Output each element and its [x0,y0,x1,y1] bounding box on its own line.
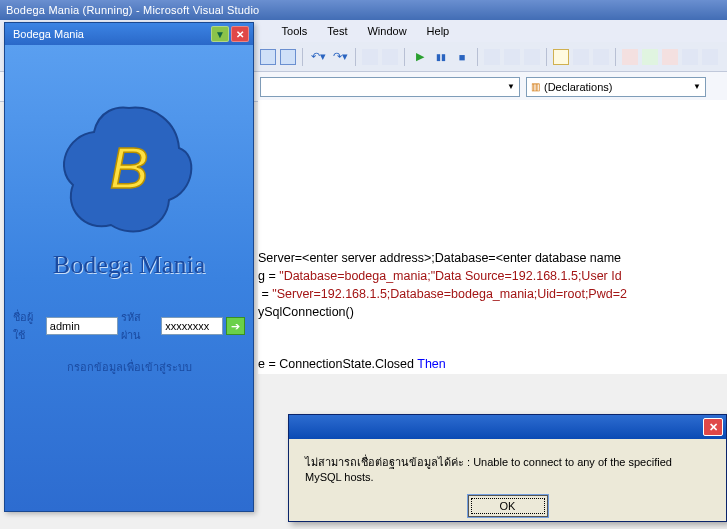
code-string: "Server=192.168.1.5;Database=bodega_mani… [272,287,627,301]
code-line: Server=<enter server address>;Database=<… [258,251,621,265]
step-into-icon[interactable] [484,49,500,65]
error-message: ไม่สามารถเชื่อต่อฐานข้อมูลได้ค่ะ : Unabl… [305,453,710,483]
stop-icon[interactable]: ■ [453,48,471,66]
undo-icon[interactable]: ↶▾ [309,48,327,66]
code-line: = [258,287,272,301]
step-over-icon[interactable] [504,49,520,65]
menu-window[interactable]: Window [357,25,416,37]
declarations-icon: ▥ [531,81,540,92]
close-icon[interactable]: ✕ [231,26,249,42]
svg-text:B: B [110,135,149,200]
close-icon: ✕ [709,421,718,434]
error-titlebar[interactable]: ✕ [289,415,726,439]
login-form: ชื่อผู้ใช้ รหัสผ่าน ➔ [13,308,245,344]
login-window: Bodega Mania ▼ ✕ B Bodega Mania ชื่อผู้ใ… [4,22,254,512]
nav-back-icon[interactable] [362,49,378,65]
menu-test[interactable]: Test [317,25,357,37]
code-line: g = [258,269,279,283]
arrow-right-icon: ➔ [231,320,240,333]
password-label: รหัสผ่าน [121,308,158,344]
username-label: ชื่อผู้ใช้ [13,308,43,344]
logo-wrap: B Bodega Mania [5,45,253,280]
save-icon[interactable] [260,49,276,65]
login-window-title: Bodega Mania [13,28,209,40]
vs-title: Bodega Mania (Running) - Microsoft Visua… [6,4,259,16]
separator [404,48,405,66]
tool-c-icon[interactable] [662,49,678,65]
menu-tools[interactable]: Tools [272,25,318,37]
nav-fwd-icon[interactable] [382,49,398,65]
hex-icon[interactable] [553,49,569,65]
declarations-label: (Declarations) [544,81,612,93]
password-input[interactable] [161,317,223,335]
error-body: ไม่สามารถเชื่อต่อฐานข้อมูลได้ค่ะ : Unabl… [289,439,726,529]
login-window-titlebar[interactable]: Bodega Mania ▼ ✕ [5,23,253,45]
save-all-icon[interactable] [280,49,296,65]
separator [355,48,356,66]
step-out-icon[interactable] [524,49,540,65]
error-dialog: ✕ ไม่สามารถเชื่อต่อฐานข้อมูลได้ค่ะ : Una… [288,414,727,522]
minimize-icon[interactable]: ▼ [211,26,229,42]
login-submit-button[interactable]: ➔ [226,317,245,335]
username-input[interactable] [46,317,118,335]
error-close-button[interactable]: ✕ [703,418,723,436]
code-editor[interactable]: Server=<enter server address>;Database=<… [258,100,727,374]
run-icon[interactable]: ▶ [411,48,429,66]
declarations-dropdown[interactable]: ▥ (Declarations) ▼ [526,77,706,97]
scope-dropdown[interactable]: ▼ [260,77,520,97]
brand-text: Bodega Mania [5,250,253,280]
code-string: "Database=bodega_mania;"Data Source=192.… [279,269,621,283]
error-ok-button[interactable]: OK [468,495,548,517]
pause-icon[interactable]: ▮▮ [433,49,449,65]
menu-help[interactable]: Help [417,25,460,37]
window-icon[interactable] [573,49,589,65]
code-line: ySqlConnection() [258,305,354,319]
login-body: B Bodega Mania ชื่อผู้ใช้ รหัสผ่าน ➔ กรอ… [5,45,253,511]
tool-e-icon[interactable] [702,49,718,65]
window2-icon[interactable] [593,49,609,65]
bodega-logo-icon: B [59,100,199,240]
tool-a-icon[interactable] [622,49,638,65]
tool-d-icon[interactable] [682,49,698,65]
separator [615,48,616,66]
redo-icon[interactable]: ↷▾ [331,48,349,66]
code-line: e = ConnectionState.Closed [258,357,417,371]
separator [477,48,478,66]
code-keyword: Then [417,357,446,371]
vs-titlebar: Bodega Mania (Running) - Microsoft Visua… [0,0,727,20]
tool-b-icon[interactable] [642,49,658,65]
separator [302,48,303,66]
separator [546,48,547,66]
login-hint: กรอกข้อมูลเพื่อเข้าสู่ระบบ [5,358,253,376]
